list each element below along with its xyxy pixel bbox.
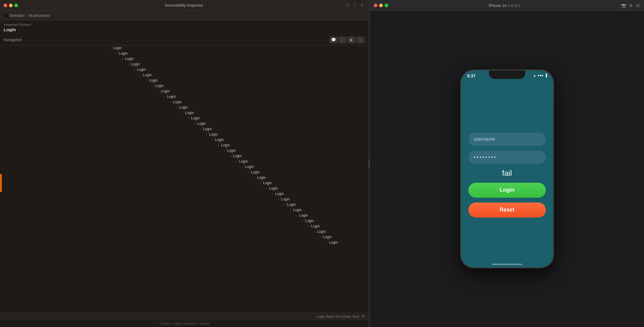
record-icon[interactable]: ⊕	[628, 3, 633, 8]
title-bar: Accessibility Inspector ⓘ ⤴ ≡	[0, 0, 368, 11]
status-icons: ▲ ●●● ▐	[533, 74, 547, 77]
tree-node[interactable]: ›Login	[0, 137, 368, 142]
share-icon[interactable]: ⤴	[352, 3, 357, 8]
speech-bubble-button[interactable]: 💬	[330, 37, 337, 43]
tree-node[interactable]: ›Login	[0, 213, 368, 218]
tree-node[interactable]: ›Login	[0, 175, 368, 180]
reset-button-label: Reset	[500, 207, 514, 213]
tree-node[interactable]: ›Login	[0, 191, 368, 196]
tree-node[interactable]: ›Login	[0, 62, 368, 67]
tree-node[interactable]: ›Login	[0, 234, 368, 240]
username-field[interactable]: username	[468, 133, 546, 146]
password-dots: ••••••••	[474, 154, 497, 160]
tree-node[interactable]: ›Login	[0, 159, 368, 164]
sim-fullscreen-button[interactable]	[385, 4, 388, 7]
iphone-screen: 5:37 ▲ ●●● ▐ username •••••••• fail	[461, 70, 553, 267]
prev-button[interactable]: ‹	[339, 37, 346, 43]
fail-status-text: fail	[502, 169, 512, 178]
tree-node[interactable]: ›Login	[0, 110, 368, 116]
window-title: Accessibility Inspector	[165, 3, 203, 8]
title-bar-icons: ⓘ ⤴ ≡	[345, 3, 364, 8]
tree-node[interactable]: ›Login	[0, 148, 368, 153]
hint-text: ⌥Space toggles inspection pointer	[158, 322, 210, 326]
fullscreen-button[interactable]	[14, 4, 18, 7]
tree-node[interactable]: ›Login	[0, 186, 368, 191]
tree-node[interactable]: ›Login	[0, 83, 368, 88]
tree-node[interactable]: ›Login	[0, 196, 368, 202]
tree-node[interactable]: ›Login	[0, 105, 368, 110]
status-bar: Login Static Text (Static Text) ⊕	[0, 313, 368, 320]
inspected-element-label: Inspected Element:	[0, 20, 368, 27]
tree-node[interactable]: ›Login	[0, 229, 368, 234]
tree-node[interactable]: ›Login	[0, 170, 368, 175]
iphone-frame: 5:37 ▲ ●●● ▐ username •••••••• fail	[461, 70, 554, 268]
signal-icon: ●●●	[537, 74, 543, 77]
tree-content[interactable]: ›Login›Login›Login›Login›Login›Login›Log…	[0, 45, 368, 313]
login-button-label: Login	[500, 187, 514, 193]
sim-close-button[interactable]	[374, 4, 377, 7]
info-icon[interactable]: ⓘ	[345, 3, 350, 8]
breadcrumb-bar: 🖥 Simulator › All processes	[0, 11, 368, 20]
tree-node[interactable]: ›Login	[0, 153, 368, 159]
tree-node[interactable]: ›Login	[0, 56, 368, 62]
tree-node[interactable]: ›Login	[0, 224, 368, 229]
tree-node[interactable]: ›Login	[0, 116, 368, 121]
tree-node[interactable]: ›Login	[0, 207, 368, 213]
battery-icon: ▐	[545, 74, 547, 77]
username-placeholder: username	[474, 136, 495, 142]
tree-node[interactable]: ›Login	[0, 72, 368, 78]
sim-toolbar-icons: 📷 ⊕ ⊞	[621, 3, 640, 8]
wifi-icon: ▲	[533, 74, 536, 77]
sim-ios-version: iOS 16.2	[508, 4, 521, 8]
tree-container: ›Login›Login›Login›Login›Login›Login›Log…	[0, 45, 368, 313]
tree-node[interactable]: ›Login	[0, 142, 368, 148]
next-button[interactable]: ›	[357, 37, 364, 43]
tree-node[interactable]: ›Login	[0, 240, 368, 245]
tree-node[interactable]: ›Login	[0, 45, 368, 51]
simulator-title-bar: iPhone 14 iOS 16.2 📷 ⊕ ⊞	[370, 0, 644, 11]
tree-node[interactable]: ›Login	[0, 132, 368, 137]
simulator-panel: iPhone 14 iOS 16.2 📷 ⊕ ⊞ 5:37 ▲ ●●● ▐	[370, 0, 644, 327]
settings-icon[interactable]: ⊞	[636, 3, 640, 8]
tree-node[interactable]: ›Login	[0, 126, 368, 132]
password-field[interactable]: ••••••••	[468, 151, 546, 164]
tree-node[interactable]: ›Login	[0, 218, 368, 224]
home-indicator	[492, 264, 522, 265]
tree-node[interactable]: ›Login	[0, 94, 368, 99]
breadcrumb-processes[interactable]: All processes	[29, 14, 50, 18]
tree-node[interactable]: ›Login	[0, 51, 368, 56]
tree-node[interactable]: ›Login	[0, 99, 368, 105]
tree-node[interactable]: ›Login	[0, 121, 368, 126]
toolbar-buttons: 💬 ‹ ▶ ›	[330, 37, 364, 43]
screenshot-icon[interactable]: 📷	[621, 3, 626, 8]
login-button[interactable]: Login	[468, 183, 546, 198]
traffic-lights	[4, 4, 18, 7]
simulator-icon: 🖥	[4, 13, 8, 18]
tree-node[interactable]: ›Login	[0, 164, 368, 170]
hint-bar: ⌥Space toggles inspection pointer	[0, 320, 368, 327]
status-text: Login Static Text (Static Text)	[317, 315, 359, 318]
sim-device-name: iPhone 14	[489, 3, 506, 8]
reset-button[interactable]: Reset	[468, 202, 546, 218]
inspected-element-value: Login	[0, 27, 368, 34]
tree-node[interactable]: ›Login	[0, 202, 368, 207]
close-button[interactable]	[4, 4, 7, 7]
sim-traffic-lights	[374, 4, 388, 7]
breadcrumb-separator: ›	[26, 14, 27, 18]
play-button[interactable]: ▶	[348, 37, 355, 43]
tree-node[interactable]: ›Login	[0, 67, 368, 72]
menu-icon[interactable]: ≡	[360, 3, 364, 8]
orange-accent-bar	[0, 174, 2, 192]
status-icon: ⊕	[362, 314, 364, 318]
toolbar-nav-label: Navigation	[4, 38, 22, 42]
tree-node[interactable]: ›Login	[0, 88, 368, 94]
breadcrumb-simulator[interactable]: Simulator	[10, 14, 25, 18]
tree-node[interactable]: ›Login	[0, 180, 368, 186]
inspector-panel: Accessibility Inspector ⓘ ⤴ ≡ 🖥 Simulato…	[0, 0, 368, 327]
status-time: 5:37	[467, 74, 476, 78]
tree-node[interactable]: ›Login	[0, 78, 368, 83]
phone-container: 5:37 ▲ ●●● ▐ username •••••••• fail	[455, 11, 560, 327]
divider-grip	[369, 159, 370, 168]
sim-minimize-button[interactable]	[379, 4, 383, 7]
minimize-button[interactable]	[9, 4, 13, 7]
